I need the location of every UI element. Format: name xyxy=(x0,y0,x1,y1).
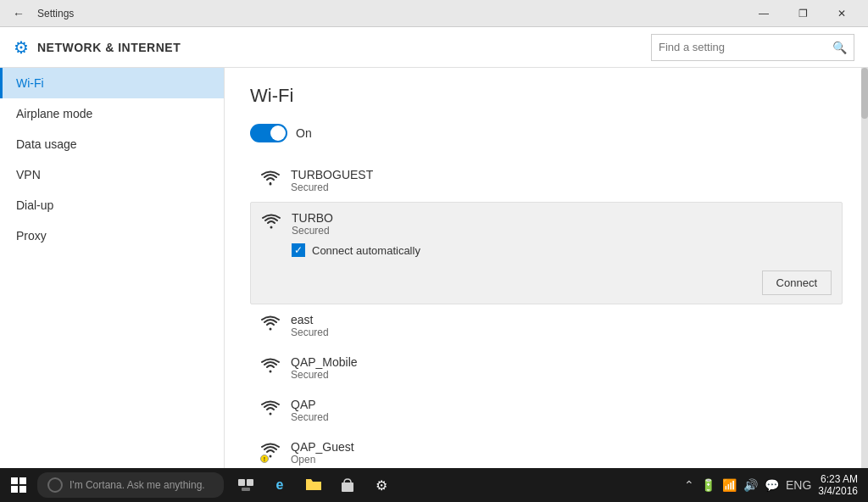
close-button[interactable]: ✕ xyxy=(822,0,861,27)
wifi-icon-qapguest: ! xyxy=(260,442,281,463)
wifi-icon-east xyxy=(260,315,281,336)
maximize-button[interactable]: ❐ xyxy=(783,0,822,27)
system-tray: ⌃ 🔋 📶 🔊 💬 ENG 6:23 AM 3/4/2016 xyxy=(684,473,865,497)
network-name: east xyxy=(291,313,832,326)
svg-rect-13 xyxy=(242,488,250,491)
network-status: Secured xyxy=(292,225,832,237)
connect-auto-checkbox[interactable]: ✓ xyxy=(292,243,305,257)
network-info-turbo: TURBO Secured ✓ Connect automatically Co… xyxy=(292,211,832,295)
sidebar-item-wifi[interactable]: Wi-Fi xyxy=(0,68,224,98)
connect-auto-label: Connect automatically xyxy=(312,244,420,257)
cortana-text: I'm Cortana. Ask me anything. xyxy=(70,479,205,491)
main-layout: Wi-Fi Airplane mode Data usage VPN Dial-… xyxy=(0,68,868,468)
taskbar: I'm Cortana. Ask me anything. e ⚙ xyxy=(0,468,868,502)
toggle-knob xyxy=(270,126,286,141)
scrollbar-thumb[interactable] xyxy=(861,68,868,119)
edge-button[interactable]: e xyxy=(264,470,295,500)
svg-rect-10 xyxy=(19,486,26,493)
network-info-qap: QAP Secured xyxy=(291,398,832,423)
svg-point-5 xyxy=(270,455,272,458)
network-status: Secured xyxy=(291,326,832,338)
wifi-toggle-row: On xyxy=(250,124,843,142)
wifi-toggle[interactable] xyxy=(250,124,287,142)
sidebar-item-vpn[interactable]: VPN xyxy=(0,159,224,190)
toggle-label: On xyxy=(296,126,312,140)
network-item-qap[interactable]: QAP Secured xyxy=(250,389,843,432)
network-info-qapmobile: QAP_Mobile Secured xyxy=(291,355,832,381)
sidebar-item-proxy[interactable]: Proxy xyxy=(0,220,224,251)
network-name: QAP_Guest xyxy=(291,440,832,454)
search-box[interactable]: 🔍 xyxy=(651,34,854,61)
window-title: Settings xyxy=(37,8,744,20)
svg-point-1 xyxy=(270,226,273,229)
network-icon[interactable]: 📶 xyxy=(722,478,737,492)
cortana-search[interactable]: I'm Cortana. Ask me anything. xyxy=(37,472,224,498)
sidebar-item-datausage[interactable]: Data usage xyxy=(0,129,224,159)
search-icon: 🔍 xyxy=(832,41,847,54)
network-item-qapmobile[interactable]: QAP_Mobile Secured xyxy=(250,347,843,389)
svg-rect-7 xyxy=(11,477,18,484)
titlebar: ← Settings — ❐ ✕ xyxy=(0,0,868,27)
svg-rect-11 xyxy=(238,479,245,486)
network-name: QAP_Mobile xyxy=(291,355,832,369)
clock-time: 6:23 AM xyxy=(818,473,858,485)
search-input[interactable] xyxy=(659,41,832,53)
svg-rect-14 xyxy=(342,482,353,492)
network-info-east: east Secured xyxy=(291,313,832,338)
wifi-icon-qapmobile xyxy=(260,357,281,378)
network-status: Secured xyxy=(291,411,832,423)
network-list: TURBOGUEST Secured TURBO Secured xyxy=(250,159,843,468)
store-button[interactable] xyxy=(332,470,363,500)
svg-rect-8 xyxy=(19,477,26,484)
network-info-turboguest: TURBOGUEST Secured xyxy=(291,168,832,193)
network-item-east[interactable]: east Secured xyxy=(250,304,843,347)
settings-header: ⚙ NETWORK & INTERNET 🔍 xyxy=(0,27,868,68)
svg-point-0 xyxy=(270,183,272,186)
network-status: Secured xyxy=(291,369,832,381)
network-name: QAP xyxy=(291,398,832,411)
keyboard-icon: ENG xyxy=(786,478,811,492)
network-status: Open xyxy=(291,454,832,466)
wifi-icon-turbo xyxy=(261,213,281,234)
explorer-button[interactable] xyxy=(298,470,329,500)
svg-rect-9 xyxy=(11,486,18,493)
sidebar-item-airplane[interactable]: Airplane mode xyxy=(0,98,224,129)
scrollbar[interactable] xyxy=(861,68,868,468)
network-item-turboguest[interactable]: TURBOGUEST Secured xyxy=(250,159,843,202)
sidebar: Wi-Fi Airplane mode Data usage VPN Dial-… xyxy=(0,68,225,468)
network-info-qapguest: QAP_Guest Open xyxy=(291,440,832,466)
cortana-icon xyxy=(47,477,63,493)
task-view-button[interactable] xyxy=(231,470,261,500)
back-button[interactable]: ← xyxy=(7,2,31,25)
wifi-icon-turboguest xyxy=(260,170,281,191)
window-controls: — ❐ ✕ xyxy=(744,0,861,27)
svg-rect-12 xyxy=(247,479,253,486)
connect-button[interactable]: Connect xyxy=(762,271,832,295)
taskbar-apps: e ⚙ xyxy=(231,470,397,500)
page-title: Wi-Fi xyxy=(250,85,843,107)
sidebar-item-dialup[interactable]: Dial-up xyxy=(0,190,224,220)
network-item-qapguest[interactable]: ! QAP_Guest Open xyxy=(250,432,843,468)
start-button[interactable] xyxy=(3,470,34,500)
minimize-button[interactable]: — xyxy=(744,0,783,27)
wifi-icon-qap xyxy=(260,399,281,421)
settings-button[interactable]: ⚙ xyxy=(366,470,397,500)
tray-chevron[interactable]: ⌃ xyxy=(684,478,694,492)
connect-auto-row: ✓ Connect automatically xyxy=(292,243,832,257)
network-name: TURBO xyxy=(292,211,832,225)
network-item-turbo[interactable]: TURBO Secured ✓ Connect automatically Co… xyxy=(250,202,843,304)
network-status: Secured xyxy=(291,181,832,193)
volume-icon[interactable]: 🔊 xyxy=(743,478,758,492)
settings-page-title: NETWORK & INTERNET xyxy=(37,41,651,54)
gear-icon: ⚙ xyxy=(14,37,29,58)
content-area: Wi-Fi On xyxy=(225,68,868,468)
svg-point-3 xyxy=(270,371,272,373)
clock[interactable]: 6:23 AM 3/4/2016 xyxy=(818,473,858,497)
svg-point-4 xyxy=(270,413,272,416)
battery-icon[interactable]: 🔋 xyxy=(701,478,715,492)
message-icon[interactable]: 💬 xyxy=(765,478,779,492)
svg-point-2 xyxy=(270,328,272,331)
clock-date: 3/4/2016 xyxy=(818,485,858,497)
network-name: TURBOGUEST xyxy=(291,168,832,181)
